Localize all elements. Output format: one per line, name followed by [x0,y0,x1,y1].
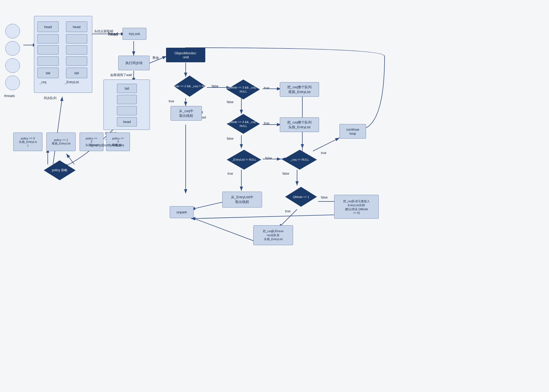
exec-sync-box: 执行同步块 [118,56,150,70]
cxq-null-false-label: false [282,172,289,175]
qmode4-false-label: false [227,137,233,140]
sync-queue-outer: head tail _cxq head tail _EntryList [34,16,92,93]
inner-row-4-right [66,56,87,66]
policy-diamond-wrap: policy 策略 [41,159,78,182]
policy1-box: policy == 1 尾插_EntryList [46,133,76,151]
qmode2-false-label: false [212,84,218,88]
cxq-null-label: _cxq == NULL [280,148,320,171]
trylock-box: tryLock [123,28,146,40]
inner-row-3-right [66,45,87,55]
qmode3-diamond-wrap: QMode == 3 && _cxq != NULL [224,78,263,101]
thread-circle-3 [5,58,20,73]
diagram-container: threads head tail _cxq head tail _EntryL… [0,0,549,392]
head-get-lock-label: 头结点获取锁 [94,29,113,34]
thread-circle-4 [5,76,20,90]
qmode1-label: QMode == 1 [282,186,320,208]
entrylist-label: _EntryList [65,80,79,84]
waitset-outer: tail head [103,80,150,130]
qmode3-false-label: false [227,100,233,104]
qmode3-label: QMode == 3 && _cxq != NULL [224,78,263,101]
inner-row-3-left [37,45,59,55]
tail-box-right: tail [66,68,87,78]
add-cxq-tail-box: 把_cxq整个队列 尾插_EntryList [280,82,319,97]
policy3-box: policy == 3 尾插_cxq [106,133,130,151]
inner-row-2-left [37,34,59,43]
thread-circle-1 [5,24,20,38]
qmode2-true-label: true [169,99,174,103]
add-cxq-head-box: 把_cxq整个队列 头插_EntryList [280,117,319,132]
inner-row-2-right [66,34,87,43]
from-cxq-box: 从_cxq中 取出线程 [171,106,202,121]
notify-label: 被notify或notifyAll唤醒 [90,143,122,148]
wait-row2 [117,95,137,104]
svg-line-16 [191,201,225,209]
cxq-label: _cxq [40,80,46,84]
qmode2-label: QMode == 2 && _cxq != NULL [170,74,210,98]
policy2-box: policy == 2 头插_cxq [80,133,103,151]
put-cxq-entrylist-box: 把_cxq队首元素放入 EntryList头部 (默认情况 QMode == 0… [334,195,379,219]
qmode2-diamond-wrap: QMode == 2 && _cxq != NULL [170,74,210,98]
head-box-right: head [66,21,87,32]
cxq-null-diamond-wrap: _cxq == NULL [280,148,320,171]
from-entrylist-box: 从_EntryList中 取出线程 [222,192,262,208]
head-box-left: head [37,21,59,32]
policy0-box: policy == 0 头插_EntryLis t [13,133,42,151]
continue-loop-box: continue loop [339,124,366,139]
entrylist-null-label: _EntryList != NULL [224,148,264,171]
reverse-cxq-box: 把_cxq队列reve rse后队首 头插_EntryList [253,225,293,245]
policy-diamond-label: policy 策略 [41,159,78,182]
object-monitor-box: ObjectMonitor: :exit [166,48,205,62]
unpark-box: unpark [170,206,194,218]
head-waitset: head [117,117,137,126]
release-label: 释放 [152,56,159,60]
qmode1-false-label: false [321,196,328,199]
sync-queue-label: 同步队列 [44,96,56,100]
svg-line-28 [53,97,62,164]
entrylist-false-label: false [265,156,272,160]
entrylist-true-label: true [228,172,233,175]
entrylist-null-diamond-wrap: _EntryList != NULL [224,148,264,171]
qmode1-true-label: true [285,209,291,213]
if-wait-label: 如果调用了wait [110,73,132,77]
thread-circle-2 [5,41,20,56]
tail-box-left: tail [37,68,59,78]
qmode1-diamond-wrap: QMode == 1 [282,186,320,208]
svg-line-20 [191,217,255,241]
qmode4-label: QMode == 4 && _cxq != NULL [224,113,263,135]
tail-waitset: tail [117,84,137,93]
wait-row3 [117,106,137,115]
cxq-null-true-label: true [321,151,326,155]
svg-line-21 [191,215,339,219]
threads-label: threads [4,94,15,98]
inner-row-4-left [37,56,59,66]
qmode4-diamond-wrap: QMode == 4 && _cxq != NULL [224,113,263,135]
qmode3-true-label: true [264,86,269,90]
qmode4-true-label: true [264,121,269,125]
